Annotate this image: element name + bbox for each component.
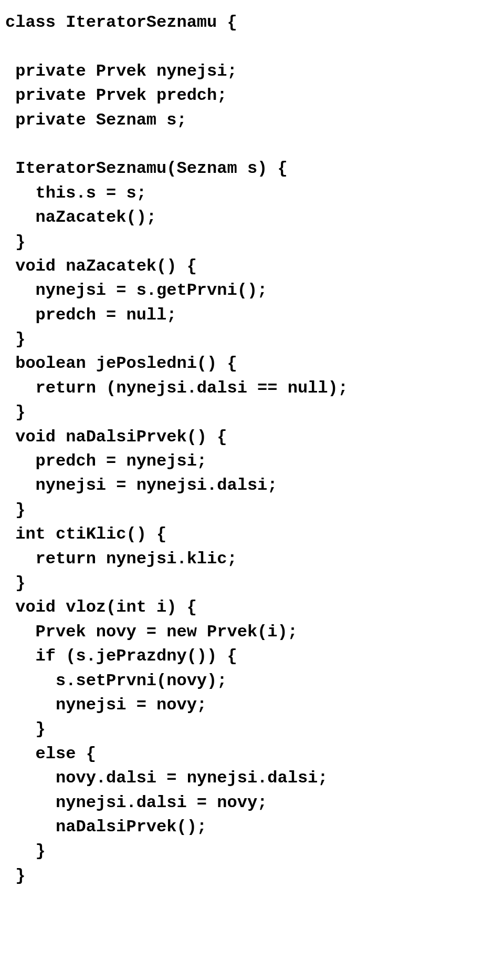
code-block: class IteratorSeznamu { private Prvek ny…	[0, 0, 504, 899]
